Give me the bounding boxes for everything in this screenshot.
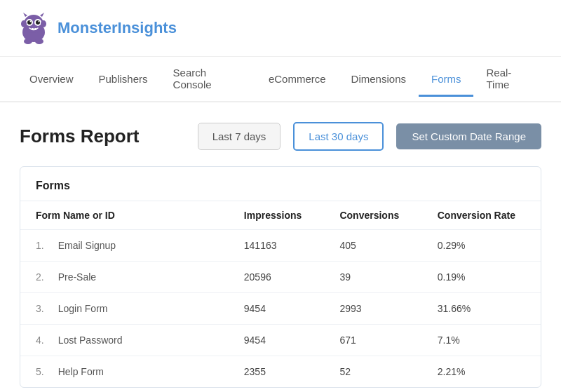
cell-conversion-rate: 7.1% (422, 325, 541, 356)
nav-dimensions[interactable]: Dimensions (339, 63, 419, 97)
cell-conversion-rate: 0.19% (422, 262, 541, 293)
app-header: MonsterInsights (0, 0, 561, 57)
nav-search-console[interactable]: Search Console (161, 57, 256, 102)
table-row: 5. Help Form 2355 52 2.21% (20, 356, 541, 388)
custom-date-range-button[interactable]: Set Custom Date Range (396, 123, 541, 149)
cell-conversion-rate: 2.21% (422, 356, 541, 388)
col-conversions: Conversions (324, 201, 421, 230)
cell-impressions: 20596 (229, 262, 325, 293)
svg-point-14 (24, 39, 32, 44)
svg-marker-8 (23, 13, 27, 17)
svg-point-6 (30, 21, 32, 22)
forms-table: Form Name or ID Impressions Conversions … (20, 201, 541, 387)
main-content: Forms Report Last 7 days Last 30 days Se… (0, 102, 561, 392)
cell-conversions: 39 (324, 262, 421, 293)
svg-rect-12 (32, 28, 34, 30)
cell-conversions: 52 (324, 356, 421, 388)
row-number: 2. (36, 271, 50, 283)
nav-publishers[interactable]: Publishers (86, 63, 161, 97)
logo-text: MonsterInsights (58, 19, 177, 37)
last-7-days-button[interactable]: Last 7 days (198, 123, 281, 150)
forms-table-card: Forms Form Name or ID Impressions Conver… (20, 166, 541, 388)
last-30-days-button[interactable]: Last 30 days (293, 122, 384, 151)
main-nav: Overview Publishers Search Console eComm… (0, 57, 561, 102)
col-form-name: Form Name or ID (20, 201, 229, 230)
table-row: 3. Login Form 9454 2993 31.66% (20, 293, 541, 325)
cell-conversions: 2993 (324, 293, 421, 325)
row-number: 1. (36, 240, 50, 251)
row-number: 4. (36, 334, 50, 346)
nav-forms[interactable]: Forms (419, 63, 474, 97)
cell-form-name: 3. Login Form (20, 293, 229, 325)
col-impressions: Impressions (229, 201, 325, 230)
row-number: 5. (36, 366, 50, 377)
table-section-title: Forms (20, 167, 541, 201)
col-conversion-rate: Conversion Rate (422, 201, 541, 230)
table-row: 2. Pre-Sale 20596 39 0.19% (20, 262, 541, 293)
report-header: Forms Report Last 7 days Last 30 days Se… (20, 122, 541, 151)
cell-conversions: 671 (324, 325, 421, 356)
row-number: 3. (36, 303, 50, 314)
svg-point-11 (41, 20, 46, 27)
nav-ecommerce[interactable]: eCommerce (256, 63, 339, 97)
monster-logo-icon (17, 11, 50, 45)
cell-conversion-rate: 31.66% (422, 293, 541, 325)
table-row: 1. Email Signup 141163 405 0.29% (20, 230, 541, 262)
nav-overview[interactable]: Overview (17, 63, 86, 97)
table-header-row: Form Name or ID Impressions Conversions … (20, 201, 541, 230)
svg-rect-13 (34, 28, 36, 30)
cell-conversion-rate: 0.29% (422, 230, 541, 262)
svg-point-15 (35, 39, 43, 44)
svg-point-10 (21, 20, 27, 27)
cell-impressions: 141163 (229, 230, 325, 262)
cell-impressions: 9454 (229, 325, 325, 356)
table-row: 4. Lost Password 9454 671 7.1% (20, 325, 541, 356)
svg-marker-9 (40, 13, 44, 17)
logo: MonsterInsights (17, 11, 177, 45)
cell-impressions: 9454 (229, 293, 325, 325)
nav-real-time[interactable]: Real-Time (473, 57, 544, 102)
cell-form-name: 1. Email Signup (20, 230, 229, 262)
cell-form-name: 2. Pre-Sale (20, 262, 229, 293)
cell-form-name: 5. Help Form (20, 356, 229, 388)
cell-impressions: 2355 (229, 356, 325, 388)
cell-conversions: 405 (324, 230, 421, 262)
report-title: Forms Report (20, 126, 185, 147)
svg-point-7 (39, 21, 40, 22)
cell-form-name: 4. Lost Password (20, 325, 229, 356)
